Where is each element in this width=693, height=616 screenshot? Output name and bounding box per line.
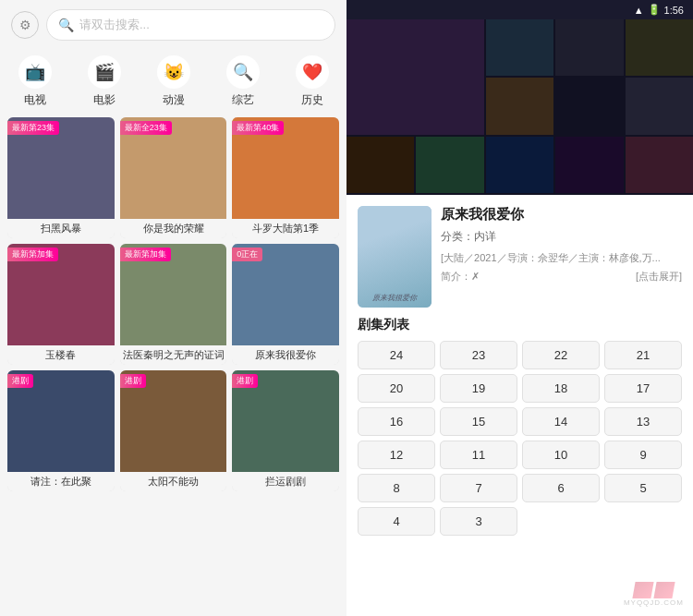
collage-cell xyxy=(486,19,553,76)
left-panel: ⚙ 🔍 请双击搜索... 📺 电视 🎬 电影 😺 动漫 🔍 综艺 ❤️ 历史 xyxy=(0,0,346,616)
status-bar: ▲ 🔋 1:56 xyxy=(346,0,693,19)
collage-cell xyxy=(486,78,553,134)
tab-variety-label: 综艺 xyxy=(232,92,254,108)
detail-poster: 原来我很爱你 xyxy=(358,206,432,308)
wifi-icon: ▲ xyxy=(634,5,644,16)
tab-tv[interactable]: 📺 电视 xyxy=(0,55,69,108)
item-title: 太阳不能动 xyxy=(120,472,227,491)
badge: 0正在 xyxy=(232,248,262,261)
collage-cell xyxy=(555,19,623,76)
episode-button[interactable]: 19 xyxy=(440,374,517,403)
episode-button[interactable]: 13 xyxy=(604,407,682,436)
list-item[interactable]: 最新第加集 玉楼春 xyxy=(7,244,115,365)
tab-history-label: 历史 xyxy=(301,92,323,108)
banner-collage xyxy=(346,19,693,195)
badge: 港剧 xyxy=(120,374,146,388)
detail-header: 原来我很爱你 原来我很爱你 分类：内详 [大陆／2021／导演：佘翌华／主演：林… xyxy=(358,206,682,308)
list-item[interactable]: 港剧 太阳不能动 xyxy=(120,370,227,491)
item-title: 原来我很爱你 xyxy=(232,345,339,365)
collage-cell xyxy=(486,137,553,193)
episode-button[interactable]: 4 xyxy=(358,507,435,536)
collage-cell xyxy=(626,137,693,193)
list-item[interactable]: 最新第加集 法医秦明之无声的证词 xyxy=(120,244,227,365)
episode-button[interactable]: 7 xyxy=(440,474,517,502)
episode-button[interactable]: 24 xyxy=(358,341,435,369)
badge: 港剧 xyxy=(7,374,33,388)
episode-button[interactable]: 17 xyxy=(604,374,682,403)
episode-button[interactable]: 15 xyxy=(440,407,517,436)
detail-desc: 简介：✗ [点击展开] xyxy=(441,270,682,284)
history-icon: ❤️ xyxy=(296,55,329,89)
item-title: 扫黑风暴 xyxy=(7,219,115,238)
episode-button[interactable]: 18 xyxy=(522,374,600,403)
right-panel: ▲ 🔋 1:56 原来我很爱你 原来我很爱你 分类 xyxy=(346,0,693,616)
episode-button[interactable]: 9 xyxy=(604,441,682,469)
section-title: 剧集列表 xyxy=(358,317,682,333)
movie-icon: 🎬 xyxy=(88,55,121,89)
nav-tabs: 📺 电视 🎬 电影 😺 动漫 🔍 综艺 ❤️ 历史 xyxy=(0,50,346,117)
list-item[interactable]: 0正在 原来我很爱你 xyxy=(232,244,339,365)
collage-cell xyxy=(555,78,623,134)
collage-cell xyxy=(416,137,483,193)
detail-info: 原来我很爱你 分类：内详 [大陆／2021／导演：佘翌华／主演：林彦俊,万...… xyxy=(441,206,682,308)
detail-category: 分类：内详 xyxy=(441,229,682,245)
episode-button[interactable]: 16 xyxy=(358,407,435,436)
grid-row-2: 最新第加集 玉楼春 最新第加集 法医秦明之无声的证词 0正在 原来我很爱你 xyxy=(7,244,339,365)
episode-button[interactable]: 12 xyxy=(358,441,435,469)
episode-button[interactable]: 6 xyxy=(522,474,600,502)
tab-movie[interactable]: 🎬 电影 xyxy=(69,55,139,108)
tab-tv-label: 电视 xyxy=(24,92,46,108)
category-value: 内详 xyxy=(474,230,496,243)
badge: 最新第23集 xyxy=(7,121,59,135)
episode-button[interactable]: 21 xyxy=(604,341,682,369)
item-title: 法医秦明之无声的证词 xyxy=(120,345,227,365)
desc-label: 简介：✗ xyxy=(441,270,480,284)
list-item[interactable]: 港剧 请注：在此聚 xyxy=(7,370,115,491)
list-item[interactable]: 最新第23集 扫黑风暴 xyxy=(7,117,115,238)
expand-link[interactable]: [点击展开] xyxy=(636,270,682,284)
detail-title: 原来我很爱你 xyxy=(441,206,682,223)
collage-cell xyxy=(555,137,623,193)
grid-row-3: 港剧 请注：在此聚 港剧 太阳不能动 港剧 拦运剧剧 xyxy=(7,370,339,491)
content-grid: 最新第23集 扫黑风暴 最新全23集 你是我的荣耀 最新第40集 斗罗大陆第1季… xyxy=(0,117,346,616)
tab-history[interactable]: ❤️ 历史 xyxy=(277,55,346,108)
episode-button[interactable]: 14 xyxy=(522,407,600,436)
episode-grid: 2423222120191817161514131211109876543 xyxy=(358,341,682,536)
tv-icon: 📺 xyxy=(18,55,52,89)
time-display: 1:56 xyxy=(664,5,684,16)
tab-movie-label: 电影 xyxy=(93,92,116,108)
anime-icon: 😺 xyxy=(157,55,190,89)
list-item[interactable]: 最新全23集 你是我的荣耀 xyxy=(120,117,227,238)
settings-button[interactable]: ⚙ xyxy=(11,11,39,39)
badge: 最新全23集 xyxy=(120,121,172,135)
list-item[interactable]: 港剧 拦运剧剧 xyxy=(232,370,339,491)
list-item[interactable]: 最新第40集 斗罗大陆第1季 xyxy=(232,117,339,238)
collage-cell xyxy=(626,78,693,134)
episode-button[interactable]: 23 xyxy=(440,341,517,369)
episode-button[interactable]: 5 xyxy=(604,474,682,502)
search-icon: 🔍 xyxy=(58,18,74,32)
category-label: 分类： xyxy=(441,230,474,243)
search-box[interactable]: 🔍 请双击搜索... xyxy=(46,9,335,41)
episode-button[interactable]: 11 xyxy=(440,441,517,469)
badge: 最新第加集 xyxy=(7,248,58,261)
collage-cell xyxy=(346,19,484,135)
search-bar: ⚙ 🔍 请双击搜索... xyxy=(0,0,346,50)
collage-cell xyxy=(346,137,414,193)
episode-button[interactable]: 8 xyxy=(358,474,435,502)
episode-button[interactable]: 3 xyxy=(440,507,517,536)
episode-button[interactable]: 20 xyxy=(358,374,435,403)
search-placeholder: 请双击搜索... xyxy=(79,17,150,33)
item-title: 玉楼春 xyxy=(7,345,115,365)
tab-variety[interactable]: 🔍 综艺 xyxy=(208,55,277,108)
episode-button[interactable]: 22 xyxy=(522,341,600,369)
badge: 最新第加集 xyxy=(120,248,171,261)
item-title: 拦运剧剧 xyxy=(232,472,339,491)
item-title: 斗罗大陆第1季 xyxy=(232,219,339,238)
episode-button[interactable]: 10 xyxy=(522,441,600,469)
tab-anime[interactable]: 😺 动漫 xyxy=(139,55,208,108)
item-title: 请注：在此聚 xyxy=(7,472,115,491)
detail-meta: [大陆／2021／导演：佘翌华／主演：林彦俊,万... xyxy=(441,250,682,266)
grid-row-1: 最新第23集 扫黑风暴 最新全23集 你是我的荣耀 最新第40集 斗罗大陆第1季 xyxy=(7,117,339,238)
battery-icon: 🔋 xyxy=(648,4,661,16)
